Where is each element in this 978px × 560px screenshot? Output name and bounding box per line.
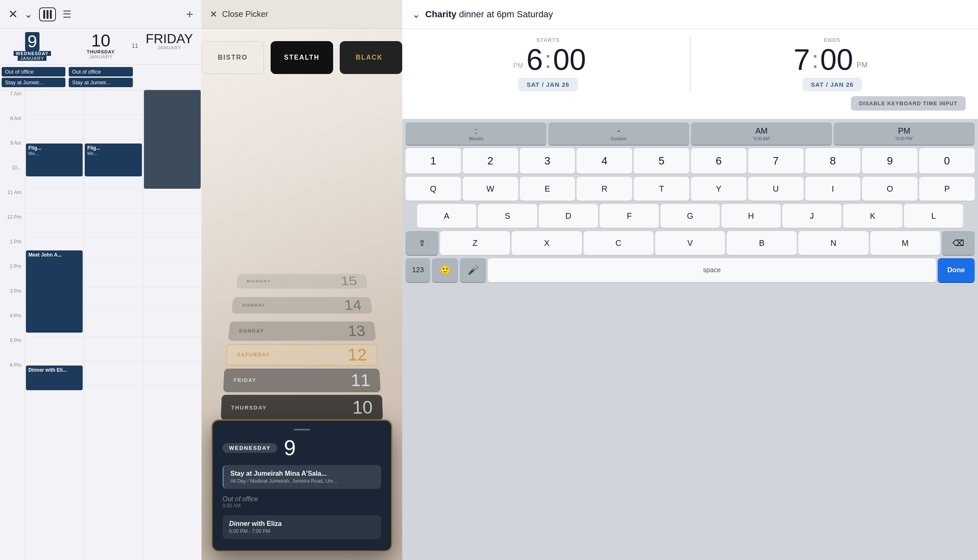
key-8[interactable]: 8 xyxy=(805,148,861,174)
key-t[interactable]: T xyxy=(634,177,689,201)
detail-chevron[interactable]: ⌄ xyxy=(412,9,420,20)
key-o[interactable]: O xyxy=(862,177,918,201)
key-emoji[interactable]: 🙂 xyxy=(432,258,458,283)
ends-colon: : xyxy=(812,47,819,72)
space-key[interactable]: space xyxy=(488,258,936,283)
key-b[interactable]: B xyxy=(727,231,797,256)
key-l[interactable]: L xyxy=(904,204,963,229)
dinner-event-wed[interactable]: Dinner with Eli... xyxy=(26,366,83,390)
flight-title-thu: Flig... xyxy=(87,145,139,151)
key-0[interactable]: 0 xyxy=(919,148,975,174)
key-a[interactable]: A xyxy=(417,204,476,229)
key-colon[interactable]: : Minutes xyxy=(406,123,547,146)
key-c[interactable]: C xyxy=(584,231,654,256)
day-month-wed: JANUARY xyxy=(18,56,46,61)
key-dash-main: - xyxy=(617,126,620,136)
key-s[interactable]: S xyxy=(478,204,537,229)
starts-time-block[interactable]: STARTS PM 6 : 00 SAT / JAN 26 xyxy=(415,37,681,91)
flight-sub-thu: Me... xyxy=(87,151,139,156)
key-3[interactable]: 3 xyxy=(520,148,575,174)
view-toggle-button[interactable] xyxy=(39,7,56,21)
starts-date[interactable]: SAT / JAN 26 xyxy=(518,78,577,91)
date-tile-15[interactable]: MONDAY 15 xyxy=(236,274,368,289)
picker-3d-area[interactable]: BISTRO STEALTH BLACK MONDAY 15 SUNDAY 14… xyxy=(202,29,402,560)
key-q[interactable]: Q xyxy=(406,177,461,201)
list-view-button[interactable]: ☰ xyxy=(63,9,72,20)
event-chip-oof-wed[interactable]: Out of office xyxy=(2,67,65,76)
chevron-button[interactable]: ⌄ xyxy=(24,9,32,20)
flight-event-wed[interactable]: Flig... Me... xyxy=(26,143,83,176)
key-6[interactable]: 6 xyxy=(691,148,746,174)
hotel-event-card[interactable]: Stay at Jumeirah Mina A'Sala... All Day … xyxy=(222,465,381,489)
event-chip-hotel-thu[interactable]: Stay at Jumeir... xyxy=(69,78,132,87)
key-h[interactable]: H xyxy=(721,204,781,229)
key-z[interactable]: Z xyxy=(440,231,510,256)
date-tile-fri[interactable]: FRIDAY 11 xyxy=(223,368,381,392)
key-pm[interactable]: PM "6:00 PM" xyxy=(834,123,975,146)
key-r[interactable]: R xyxy=(577,177,632,201)
flight-event-thu[interactable]: Flig... Me... xyxy=(85,143,141,176)
key-am[interactable]: AM "6:00 AM" xyxy=(691,123,832,146)
ends-time-block[interactable]: ENDS 7 : 00 PM SAT / JAN 26 xyxy=(699,37,966,91)
picker-close-button[interactable]: ✕ xyxy=(210,9,217,20)
time-labels: 7 Am 8 Am 9 Am 10... 11 Am 12 Pm 1 Pm 2 … xyxy=(0,90,25,560)
time-label-9am: 9 Am xyxy=(0,139,25,164)
add-event-button[interactable]: + xyxy=(186,7,193,21)
key-w[interactable]: W xyxy=(463,177,518,201)
key-7[interactable]: 7 xyxy=(748,148,804,174)
time-picker-row: STARTS PM 6 : 00 SAT / JAN 26 ENDS 7 : 0… xyxy=(415,37,966,91)
meet-event-wed[interactable]: Meet John A... xyxy=(26,250,83,333)
key-mic[interactable]: 🎤 xyxy=(460,258,486,283)
ends-date[interactable]: SAT / JAN 26 xyxy=(802,78,862,91)
time-label-11am: 11 Am xyxy=(0,189,25,213)
key-p[interactable]: P xyxy=(919,177,975,201)
key-e[interactable]: E xyxy=(520,177,575,201)
disable-keyboard-button[interactable]: DISABLE KEYBOARD TIME INPUT xyxy=(851,96,966,111)
key-123[interactable]: 123 xyxy=(406,258,430,283)
key-2[interactable]: 2 xyxy=(463,148,518,174)
day-header-fri[interactable]: FRIDAY JANUARY xyxy=(137,29,202,62)
event-chip-hotel-wed[interactable]: Stay at Jumeir... xyxy=(2,78,65,87)
event-chip-oof-thu[interactable]: Out of office xyxy=(69,67,132,76)
key-y[interactable]: Y xyxy=(691,177,746,201)
delete-key[interactable]: ⌫ xyxy=(942,231,975,256)
key-d[interactable]: D xyxy=(539,204,598,229)
key-x[interactable]: X xyxy=(512,231,582,256)
tile-14-day: SUNDAY xyxy=(242,303,266,307)
key-f[interactable]: F xyxy=(600,204,659,229)
key-n[interactable]: N xyxy=(798,231,868,256)
dark-block-fri xyxy=(144,90,201,189)
key-k[interactable]: K xyxy=(843,204,902,229)
main-date-tile[interactable]: WEDNESDAY 9 Stay at Jumeirah Mina A'Sala… xyxy=(211,419,392,552)
date-tile-13[interactable]: SUNDAY 13 xyxy=(228,322,376,341)
theme-black[interactable]: BLACK xyxy=(340,41,402,74)
close-button[interactable]: ✕ xyxy=(8,9,18,20)
done-key[interactable]: Done xyxy=(938,258,975,283)
date-tile-12[interactable]: SATURDAY 12 xyxy=(225,344,378,366)
theme-bistro[interactable]: BISTRO xyxy=(202,41,264,74)
shift-key[interactable]: ⇧ xyxy=(406,231,438,256)
oof-event-card[interactable]: Out of office 9:00 AM xyxy=(222,492,381,512)
day-month-thu: JANUARY xyxy=(89,54,113,59)
ends-digits: 7 : 00 PM xyxy=(794,45,871,74)
day-header-thu[interactable]: 10 THURSDAY JANUARY xyxy=(69,29,133,62)
key-m[interactable]: M xyxy=(870,231,940,256)
event-title-rest: dinner at 6pm Saturday xyxy=(457,9,553,19)
day-name-wed: WEDNESDAY xyxy=(14,51,51,56)
key-v[interactable]: V xyxy=(655,231,725,256)
key-i[interactable]: I xyxy=(805,177,861,201)
key-9[interactable]: 9 xyxy=(862,148,918,174)
date-tile-14[interactable]: SUNDAY 14 xyxy=(232,297,373,313)
key-u[interactable]: U xyxy=(748,177,804,201)
date-tile-thu[interactable]: THURSDAY 10 xyxy=(221,395,383,420)
oof-event-title: Out of office xyxy=(222,495,381,503)
key-4[interactable]: 4 xyxy=(577,148,632,174)
day-header-wed[interactable]: 9 WEDNESDAY JANUARY xyxy=(0,29,65,62)
theme-stealth[interactable]: STEALTH xyxy=(271,41,333,74)
key-g[interactable]: G xyxy=(660,204,720,229)
key-5[interactable]: 5 xyxy=(634,148,689,174)
dinner-event-card[interactable]: Dinner with Eliza 6:00 PM - 7:00 PM xyxy=(222,515,381,539)
key-dash[interactable]: - Duration xyxy=(548,123,689,146)
key-j[interactable]: J xyxy=(782,204,841,229)
key-1[interactable]: 1 xyxy=(406,148,461,174)
